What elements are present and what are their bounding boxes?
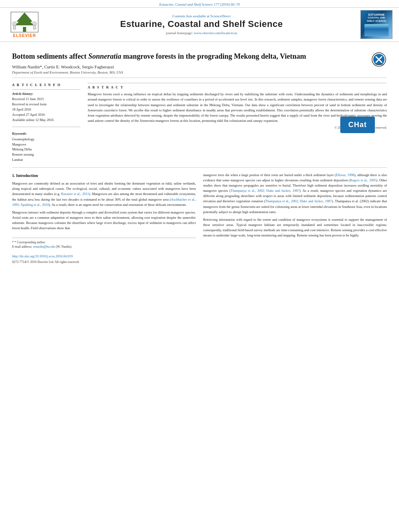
keyword-3: Mekong Delta xyxy=(12,147,80,152)
main-content: Bottom sediments affect Sonneratia mangr… xyxy=(0,42,399,269)
keyword-2: Mangrove xyxy=(12,142,80,147)
elsevier-logo-section: ELSEVIER xyxy=(6,12,51,38)
sciencedirect-banner: Contents lists available at ScienceDirec… xyxy=(51,14,352,18)
email-name: (W. Nardin). xyxy=(56,245,72,249)
right-paragraph-1: mangrove trees die when a large portion … xyxy=(203,173,387,215)
cover-image-art xyxy=(364,24,389,36)
chat-label: CHat xyxy=(348,121,367,129)
corresponding-label: * Corresponding author. xyxy=(14,240,46,244)
footnote-section: * * Corresponding author. E-mail address… xyxy=(12,238,196,249)
ref-rogers[interactable]: Rogers et al., 2005 xyxy=(350,178,376,182)
keywords-section: Keywords: Geomorphology Mangrove Mekong … xyxy=(12,127,80,162)
journal-homepage: journal homepage: www.elsevier.com/locat… xyxy=(51,31,352,35)
svg-rect-0 xyxy=(23,27,26,32)
keyword-4: Remote sensing xyxy=(12,152,80,157)
intro-paragraph-2: Mangroves interact with sediment deposit… xyxy=(12,210,196,231)
section-title: Introduction xyxy=(16,173,38,178)
affiliation: Department of Earth and Environment, Bos… xyxy=(12,70,367,74)
article-info-column: A R T I C L E I N F O Article history: R… xyxy=(12,83,80,162)
section-number: 1. xyxy=(12,173,15,178)
contents-text: Contents lists available at xyxy=(173,14,210,18)
issn-line: 0272-7714/© 2016 Elsevier Ltd. All right… xyxy=(12,260,196,265)
right-column: mangrove trees die when a large portion … xyxy=(203,173,387,265)
received-revised-date: 18 April 2016 xyxy=(12,107,80,112)
article-history: Article history: Received 11 June 2015 R… xyxy=(12,89,80,122)
journal-ref-bar: Estuarine, Coastal and Shelf Science 177… xyxy=(0,0,399,7)
accepted-date: Accepted 27 April 2016 xyxy=(12,113,80,117)
homepage-label: journal homepage: xyxy=(166,31,193,35)
intro-paragraph-1: Mangroves are commonly defined as an ass… xyxy=(12,181,196,207)
article-title: Bottom sediments affect Sonneratia mangr… xyxy=(12,51,367,61)
corresponding-note: * * Corresponding author. xyxy=(12,240,196,244)
sciencedirect-link[interactable]: ScienceDirect xyxy=(210,14,230,18)
journal-title-section: Contents lists available at ScienceDirec… xyxy=(51,14,352,35)
svg-rect-4 xyxy=(13,25,16,29)
authors: William Nardin*, Curtis E. Woodcock, Ser… xyxy=(12,64,367,69)
article-info-heading: A R T I C L E I N F O xyxy=(12,83,80,87)
svg-point-5 xyxy=(33,22,37,26)
journal-header: ELSEVIER Contents lists available at Sci… xyxy=(0,7,399,42)
abstract-italic-1: Sonneratia caseolaris xyxy=(88,108,118,112)
ref-aschbacher[interactable]: Aschbacher et al., 1995; Spalding et al.… xyxy=(12,197,196,207)
introduction-heading: 1. Introduction xyxy=(12,173,196,179)
svg-point-3 xyxy=(12,22,16,26)
journal-cover-image: ESTUARINE COASTAL AND SHELF SCIENCE xyxy=(360,10,393,39)
keyword-1: Geomorphology xyxy=(12,137,80,142)
doi-url[interactable]: http://dx.doi.org/10.1016/j.ecss.2016.04… xyxy=(12,254,73,258)
elsevier-logo: ELSEVIER xyxy=(6,12,43,38)
ref-kuenzer[interactable]: Kuenzer et al., 2011 xyxy=(61,192,89,196)
svg-text:CrossMark: CrossMark xyxy=(374,63,384,66)
elsevier-wordmark: ELSEVIER xyxy=(13,33,36,38)
right-italic-1: Sonneratia xyxy=(241,205,255,209)
title-italic-1: Sonneratia xyxy=(88,52,121,60)
article-title-container: Bottom sediments affect Sonneratia mangr… xyxy=(12,51,367,74)
ref-thampanya1[interactable]: Thampanya et al., 2002; Duke and Jackes,… xyxy=(230,189,299,193)
crossmark-svg: CrossMark xyxy=(372,52,386,67)
journal-ref-text: Estuarine, Coastal and Shelf Science 177… xyxy=(159,2,240,6)
journal-cover-section: ESTUARINE COASTAL AND SHELF SCIENCE xyxy=(352,10,393,39)
available-date: Available online 12 May 2016 xyxy=(12,118,80,123)
received-revised-label: Received in revised form xyxy=(12,102,80,107)
doi-section: http://dx.doi.org/10.1016/j.ecss.2016.04… xyxy=(12,254,196,265)
left-column: 1. Introduction Mangroves are commonly d… xyxy=(12,173,196,265)
svg-rect-6 xyxy=(33,25,36,29)
article-title-section: Bottom sediments affect Sonneratia mangr… xyxy=(12,46,387,78)
chat-badge[interactable]: CHat xyxy=(340,117,375,133)
cover-line-1: ESTUARINE xyxy=(368,13,385,16)
ref-ellison[interactable]: Ellison, 1998 xyxy=(336,173,354,177)
cover-line-3: SHELF SCIENCE xyxy=(367,20,386,23)
received-date: Received 11 June 2015 xyxy=(12,97,80,102)
keywords-label: Keywords: xyxy=(12,131,80,136)
history-label: Article history: xyxy=(12,92,80,96)
email-link[interactable]: wnardin@bu.edu xyxy=(33,245,55,249)
right-paragraph-2: Retrieving information with regard to th… xyxy=(203,217,387,238)
homepage-url[interactable]: www.elsevier.com/locate/ecss xyxy=(194,31,237,35)
section-divider xyxy=(12,167,387,168)
email-footnote: E-mail address: wnardin@bu.edu (W. Nardi… xyxy=(12,244,196,249)
keyword-5: Landsat xyxy=(12,157,80,162)
cover-line-2: COASTAL AND xyxy=(368,16,385,20)
two-column-body: 1. Introduction Mangroves are commonly d… xyxy=(12,173,387,265)
abstract-heading: A B S T R A C T xyxy=(88,83,387,89)
crossmark-badge: CrossMark xyxy=(371,51,387,68)
elsevier-tree-svg xyxy=(10,12,39,33)
ref-thampanya2[interactable]: Thampanya et al., 2002; Duke and Jackes,… xyxy=(265,199,332,203)
email-label: E-mail address: xyxy=(12,245,32,249)
article-body: A R T I C L E I N F O Article history: R… xyxy=(12,83,387,162)
abstract-italic-2: Sonneratia xyxy=(140,119,154,123)
journal-name: Estuarine, Coastal and Shelf Science xyxy=(51,19,352,29)
doi-link: http://dx.doi.org/10.1016/j.ecss.2016.04… xyxy=(12,254,196,259)
